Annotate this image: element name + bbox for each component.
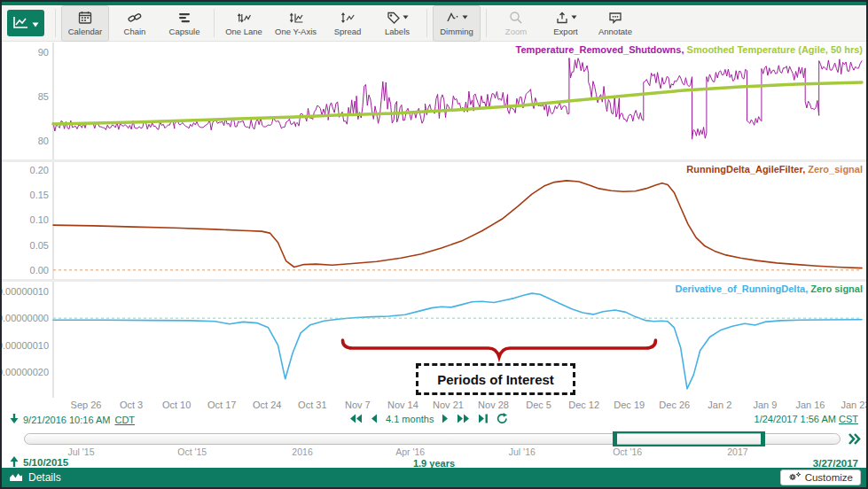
details-label: Details: [28, 471, 61, 484]
legend-item[interactable]: Smoothed Temperature (Agile, 50 hrs): [687, 44, 863, 55]
toolbar-separator: [426, 9, 427, 37]
x-axis-label: Nov 21: [433, 400, 464, 410]
x-axis-label: Oct 24: [253, 400, 281, 410]
brace-annotation: [342, 340, 655, 357]
legend-item[interactable]: Temperature_Removed_Shutdowns,: [516, 44, 687, 55]
toolbar-button-export[interactable]: Export: [542, 5, 590, 42]
toolbar-button-chain[interactable]: Chain: [111, 5, 159, 42]
toolbar-button-annotate[interactable]: Annotate: [591, 5, 639, 42]
toolbar-button-one-lane[interactable]: One Lane: [220, 5, 268, 42]
x-axis-label: Jan 16: [795, 400, 825, 410]
zoom-icon: [509, 10, 523, 25]
legend-item[interactable]: Derivative_of_RunningDelta,: [675, 283, 810, 294]
step-back-button[interactable]: [371, 414, 378, 423]
toolbar-button-zoom[interactable]: Zoom: [492, 5, 540, 42]
timeline-label: Jul '16: [509, 446, 536, 457]
toolbar-button-calendar[interactable]: Calendar: [61, 5, 109, 42]
x-axis-label: Oct 17: [207, 400, 236, 410]
annotate-icon: [608, 10, 622, 25]
investigate-range-start: 5/10/2015: [10, 456, 68, 469]
y-tick-label: -0.00000020: [2, 367, 49, 377]
lane-legend: Derivative_of_RunningDelta, Zero signal: [675, 283, 863, 294]
trend-chart-area[interactable]: 9085800.200.150.100.050.000.000000100.00…: [2, 42, 868, 411]
toolbar-button-label: Spread: [334, 27, 362, 36]
display-range-start: 9/21/2016 10:16 AM CDT: [10, 414, 135, 426]
one-y-axis-icon: [289, 10, 303, 25]
x-axis-label: Oct 3: [120, 400, 143, 410]
timeline-label: Oct '16: [613, 446, 642, 457]
y-tick-label: 0.20: [30, 165, 49, 175]
x-axis-label: Dec 5: [526, 400, 551, 410]
customize-label: Customize: [805, 472, 853, 483]
overview-timeline: Jul '15Oct '152016Apr '16Jul '16Oct '162…: [2, 431, 868, 456]
toolbar-button-one-y-axis[interactable]: One Y-Axis: [270, 5, 322, 42]
x-axis-label: Nov 14: [387, 400, 418, 410]
toolbar-button-label: One Y-Axis: [275, 27, 317, 36]
step-back-full-button[interactable]: [349, 414, 363, 423]
series-path: [53, 181, 862, 268]
toolbar-button-capsule[interactable]: Capsule: [160, 5, 208, 42]
trend-view-button[interactable]: [7, 10, 44, 36]
x-axis-label: Jan 2: [708, 400, 731, 410]
step-to-end-button[interactable]: [478, 414, 489, 423]
y-tick-label: 90: [38, 47, 49, 58]
x-axis-label: Nov 7: [345, 400, 371, 410]
arrow-down-icon: [10, 414, 19, 426]
x-axis-label: Dec 26: [659, 400, 690, 410]
export-icon: [555, 10, 577, 25]
legend-item[interactable]: Zero_signal: [808, 164, 863, 175]
details-bar: Details Customize: [2, 468, 866, 487]
chevron-down-icon: [32, 17, 39, 30]
x-axis-label: Nov 28: [478, 400, 509, 410]
trend-lanes-plot[interactable]: 9085800.200.150.100.050.000.000000100.00…: [2, 42, 868, 411]
series-path: [53, 58, 862, 139]
range-start-date: 5/10/2015: [23, 457, 68, 468]
legend-item[interactable]: RunningDelta_AgileFilter,: [686, 164, 808, 175]
timeline-label: 2017: [727, 446, 747, 457]
trend-chart-icon: [12, 15, 29, 32]
dimming-icon: [446, 10, 468, 25]
x-axis-label: Oct 31: [298, 400, 326, 410]
toolbar: CalendarChainCapsuleOne LaneOne Y-AxisSp…: [2, 5, 866, 42]
lane-separator: [2, 279, 868, 282]
x-axis-label: Jan 23: [841, 400, 868, 410]
y-tick-label: -0.00000010: [2, 340, 49, 351]
step-forward-button[interactable]: [442, 414, 449, 423]
timeline-label: Apr '16: [395, 446, 425, 457]
legend-item[interactable]: Zero signal: [810, 283, 863, 294]
y-tick-label: 0.00000010: [2, 286, 49, 297]
toolbar-button-label: Capsule: [169, 27, 200, 36]
y-tick-label: 0.00: [30, 265, 49, 276]
toolbar-button-labels[interactable]: Labels: [373, 5, 421, 42]
gears-icon: [788, 471, 802, 484]
refresh-icon[interactable]: [497, 413, 508, 424]
toolbar-button-group: CalendarChainCapsuleOne LaneOne Y-AxisSp…: [61, 5, 639, 42]
toolbar-button-dimming[interactable]: Dimming: [433, 5, 481, 42]
y-tick-label: 85: [38, 91, 49, 102]
toolbar-button-spread[interactable]: Spread: [324, 5, 371, 42]
customize-button[interactable]: Customize: [780, 470, 861, 485]
duration-label[interactable]: 4.1 months: [386, 414, 434, 424]
spread-icon: [340, 10, 355, 25]
y-tick-label: 0.15: [30, 190, 49, 200]
periods-of-interest-annotation: Periods of Interest: [416, 363, 575, 395]
lane-legend: RunningDelta_AgileFilter, Zero_signal: [686, 164, 863, 175]
details-toggle[interactable]: Details: [9, 471, 61, 485]
start-timezone-link[interactable]: CDT: [114, 415, 135, 425]
y-tick-label: 0.10: [30, 214, 49, 225]
start-timestamp: 9/21/2016 10:16 AM: [23, 415, 110, 425]
step-forward-full-button[interactable]: [457, 414, 470, 423]
expand-range-icon[interactable]: [848, 432, 862, 448]
toolbar-separator: [486, 9, 487, 37]
toolbar-button-label: Chain: [124, 27, 146, 36]
y-tick-label: 0.00000000: [2, 313, 49, 323]
lane-separator: [2, 159, 868, 162]
toolbar-separator: [55, 9, 56, 37]
lane-legend: Temperature_Removed_Shutdowns, Smoothed …: [516, 44, 863, 55]
labels-icon: [387, 10, 409, 25]
chain-icon: [128, 10, 142, 25]
timeline-selection-handle[interactable]: [614, 431, 764, 446]
x-axis-label: Oct 10: [162, 400, 191, 410]
end-timezone-link[interactable]: CST: [839, 414, 858, 424]
x-axis-label: Dec 19: [614, 400, 645, 410]
